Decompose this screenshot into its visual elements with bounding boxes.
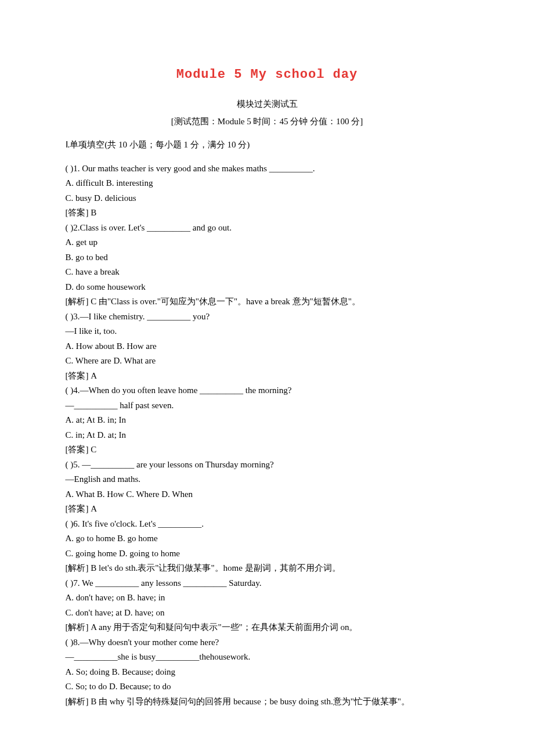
question-6-answer: [解析] B let's do sth.表示"让我们做某事"。home 是副词，… bbox=[52, 561, 482, 576]
question-1-option-cd: C. busy D. delicious bbox=[52, 191, 482, 206]
question-8: ( )8.—Why doesn't your mother come here? bbox=[52, 635, 482, 650]
question-7-answer: [解析] A any 用于否定句和疑问句中表示"一些"；在具体某天前面用介词 o… bbox=[52, 620, 482, 635]
test-scope: [测试范围：Module 5 时间：45 分钟 分值：100 分] bbox=[52, 114, 482, 129]
question-5-options: A. What B. How C. Where D. When bbox=[52, 487, 482, 502]
question-8-option-ab: A. So; doing B. Because; doing bbox=[52, 665, 482, 680]
question-2-option-d: D. do some housework bbox=[52, 280, 482, 295]
question-3-answer: [答案] A bbox=[52, 369, 482, 384]
question-5: ( )5. —__________ are your lessons on Th… bbox=[52, 458, 482, 473]
question-8-answer: [解析] B 由 why 引导的特殊疑问句的回答用 because；be bus… bbox=[52, 694, 482, 710]
question-3-option-ab: A. How about B. How are bbox=[52, 339, 482, 354]
question-7-option-cd: C. don't have; at D. have; on bbox=[52, 606, 482, 621]
question-1-option-ab: A. difficult B. interesting bbox=[52, 176, 482, 191]
question-7-option-ab: A. don't have; on B. have; in bbox=[52, 591, 482, 606]
question-1-answer: [答案] B bbox=[52, 206, 482, 221]
question-4-answer: [答案] C bbox=[52, 442, 482, 458]
question-4-option-ab: A. at; At B. in; In bbox=[52, 413, 482, 428]
question-5-answer: [答案] A bbox=[52, 502, 482, 517]
question-3-option-cd: C. Where are D. What are bbox=[52, 354, 482, 369]
question-3-reply: —I like it, too. bbox=[52, 324, 482, 339]
question-2-option-a: A. get up bbox=[52, 235, 482, 250]
question-8-option-cd: C. So; to do D. Because; to do bbox=[52, 679, 482, 694]
question-2: ( )2.Class is over. Let's __________ and… bbox=[52, 221, 482, 236]
document-title: Module 5 My school day bbox=[52, 64, 482, 85]
document-subtitle: 模块过关测试五 bbox=[52, 97, 482, 112]
question-1: ( )1. Our maths teacher is very good and… bbox=[52, 161, 482, 177]
question-6: ( )6. It's five o'clock. Let's _________… bbox=[52, 517, 482, 532]
question-4: ( )4.—When do you often leave home _____… bbox=[52, 383, 482, 398]
question-7: ( )7. We __________ any lessons ________… bbox=[52, 576, 482, 591]
question-5-reply: —English and maths. bbox=[52, 472, 482, 487]
question-2-answer: [解析] C 由"Class is over."可知应为"休息一下"。have … bbox=[52, 294, 482, 309]
question-2-option-c: C. have a break bbox=[52, 265, 482, 280]
question-3: ( )3.—I like chemistry. __________ you? bbox=[52, 309, 482, 325]
section-1-heading: Ⅰ.单项填空(共 10 小题；每小题 1 分，满分 10 分) bbox=[52, 138, 482, 153]
question-8-reply: —__________she is busy__________thehouse… bbox=[52, 650, 482, 665]
question-4-option-cd: C. in; At D. at; In bbox=[52, 428, 482, 443]
question-2-option-b: B. go to bed bbox=[52, 250, 482, 265]
question-6-option-cd: C. going home D. going to home bbox=[52, 546, 482, 561]
question-4-reply: —__________ half past seven. bbox=[52, 398, 482, 413]
question-6-option-ab: A. go to home B. go home bbox=[52, 531, 482, 546]
